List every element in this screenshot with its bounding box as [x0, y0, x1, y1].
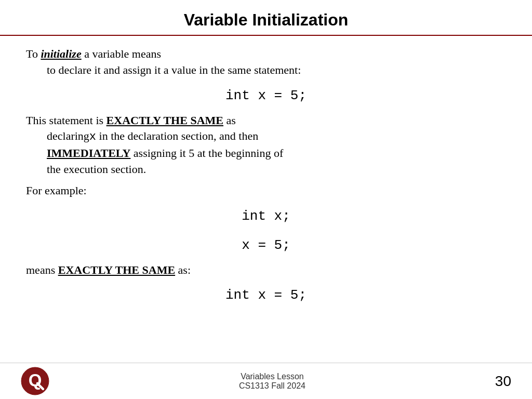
ou-logo: Q: [21, 367, 49, 395]
paragraph-1: To initialize a variable means to declar…: [26, 46, 506, 78]
para2-suffix: as: [223, 114, 236, 127]
code-block-4: int x = 5;: [26, 287, 506, 303]
slide-footer: Q Variables Lesson CS1313 Fall 2024 30: [0, 363, 532, 399]
paragraph-3: For example:: [26, 183, 506, 199]
para2-prefix: This statement is: [26, 114, 107, 127]
para4-bold: EXACTLY THE SAME: [58, 263, 175, 276]
code3-text: x = 5;: [242, 237, 290, 253]
footer-course: CS1313 Fall 2024: [239, 381, 305, 391]
para2-bold: EXACTLY THE SAME: [107, 114, 223, 127]
slide-content: To initialize a variable means to declar…: [0, 36, 532, 363]
para4-suffix: as:: [175, 263, 191, 276]
para2-line3-bold: IMMEDIATELY: [47, 145, 130, 162]
code-block-2: int x;: [26, 208, 506, 224]
para2-line4: the execution section.: [47, 162, 146, 178]
paragraph-4: means EXACTLY THE SAME as:: [26, 262, 506, 278]
para4-prefix: means: [26, 263, 58, 276]
slide: Variable Initialization To initialize a …: [0, 0, 532, 399]
code2-text: int x;: [242, 208, 290, 224]
code-block-1: int x = 5;: [26, 88, 506, 103]
code-block-3: x = 5;: [26, 237, 506, 253]
para1-line2: to declare it and assign it a value in t…: [47, 62, 301, 78]
footer-center: Variables Lesson CS1313 Fall 2024: [239, 372, 305, 391]
para1-prefix: To: [26, 47, 41, 60]
para1-keyword: initialize: [41, 47, 81, 60]
slide-header: Variable Initialization: [0, 0, 532, 36]
para2-line2-suffix: in the declaration section, and then: [96, 129, 258, 142]
para1-suffix: a variable means: [82, 47, 161, 60]
para2-line2-prefix: declaring: [47, 128, 89, 144]
para3-text: For example:: [26, 184, 87, 197]
footer-lesson: Variables Lesson: [239, 372, 305, 381]
footer-page: 30: [495, 373, 511, 390]
paragraph-2: This statement is EXACTLY THE SAME as de…: [26, 113, 506, 178]
code1-text: int x = 5;: [225, 88, 307, 103]
para2-line3-suffix: assigning it 5 at the beginning of: [130, 147, 283, 159]
slide-title: Variable Initialization: [184, 10, 349, 29]
para2-line2-var: x: [89, 130, 96, 143]
code4-text: int x = 5;: [225, 287, 307, 303]
